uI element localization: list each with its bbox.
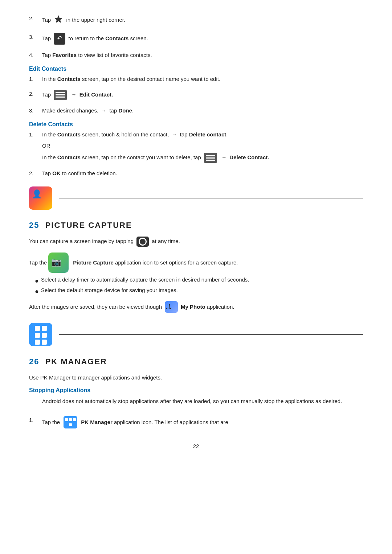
delete-step-1: 1. In the Contacts screen, touch & hold … bbox=[29, 131, 363, 163]
chapter25-title: 25 PICTURE CAPTURE bbox=[29, 221, 363, 230]
pk-small-icon bbox=[64, 416, 77, 428]
page-content: 2. Tap in the upper right corner. 3. Tap… bbox=[29, 15, 363, 449]
stopping-applications-para: Android does not automatically stop appl… bbox=[42, 397, 363, 406]
intro-steps: 2. Tap in the upper right corner. 3. Tap… bbox=[29, 15, 363, 59]
chapter25-intro: You can capture a screen image by tappin… bbox=[29, 237, 363, 247]
edit-step-2: 2. Tap → Edit Contact. bbox=[29, 90, 363, 100]
menu-icon bbox=[54, 90, 67, 100]
pk-steps: 1. Tap the PK Manager application icon. … bbox=[29, 416, 363, 428]
step-3: 3. Tap ↶ to return to the Contacts scree… bbox=[29, 33, 363, 45]
chapter26-intro: Use PK Manager to manager applications a… bbox=[29, 373, 363, 382]
page-number: 22 bbox=[29, 443, 363, 449]
step-2: 2. Tap in the upper right corner. bbox=[29, 15, 363, 26]
separator-line-2 bbox=[59, 334, 363, 335]
pk-manager-app-icon bbox=[29, 323, 52, 346]
chapter26-title: 26 PK MANAGER bbox=[29, 357, 363, 366]
step-4: 4. Tap Favorites to view list of favorit… bbox=[29, 51, 363, 59]
picture-capture-app-icon bbox=[48, 253, 69, 273]
edit-step-1: 1. In the Contacts screen, tap on the de… bbox=[29, 75, 363, 83]
or-label: OR bbox=[42, 142, 50, 150]
contacts-app-icon bbox=[29, 186, 52, 210]
separator-pk bbox=[29, 323, 363, 346]
chapter25-after: After the images are saved, they can be … bbox=[29, 301, 363, 313]
pk-step-1: 1. Tap the PK Manager application icon. … bbox=[29, 416, 363, 428]
edit-contacts-heading: Edit Contacts bbox=[29, 66, 363, 72]
my-photo-app-icon bbox=[165, 301, 178, 313]
menu-icon-2 bbox=[204, 153, 217, 163]
svg-marker-0 bbox=[54, 15, 62, 23]
bullet-1: ● Select a delay timer to automatically … bbox=[35, 276, 363, 286]
edit-step-3: 3. Make desired changes, → tap Done. bbox=[29, 107, 363, 115]
delete-contacts-steps: 1. In the Contacts screen, touch & hold … bbox=[29, 131, 363, 178]
star-icon bbox=[54, 15, 63, 26]
separator-line-1 bbox=[59, 198, 363, 198]
delete-contacts-heading: Delete Contacts bbox=[29, 121, 363, 128]
edit-contacts-steps: 1. In the Contacts screen, tap on the de… bbox=[29, 75, 363, 115]
stopping-applications-heading: Stopping Applications bbox=[29, 387, 363, 394]
delete-step-2: 2. Tap OK to confirm the deletion. bbox=[29, 169, 363, 178]
back-icon: ↶ bbox=[54, 33, 65, 45]
bullet-2: ● Select the default storage device for … bbox=[35, 287, 363, 296]
camera-icon bbox=[136, 237, 149, 247]
chapter25-tap: Tap the Picture Capture application icon… bbox=[29, 253, 363, 273]
chapter25-bullets: ● Select a delay timer to automatically … bbox=[35, 276, 363, 296]
separator-contacts bbox=[29, 186, 363, 210]
